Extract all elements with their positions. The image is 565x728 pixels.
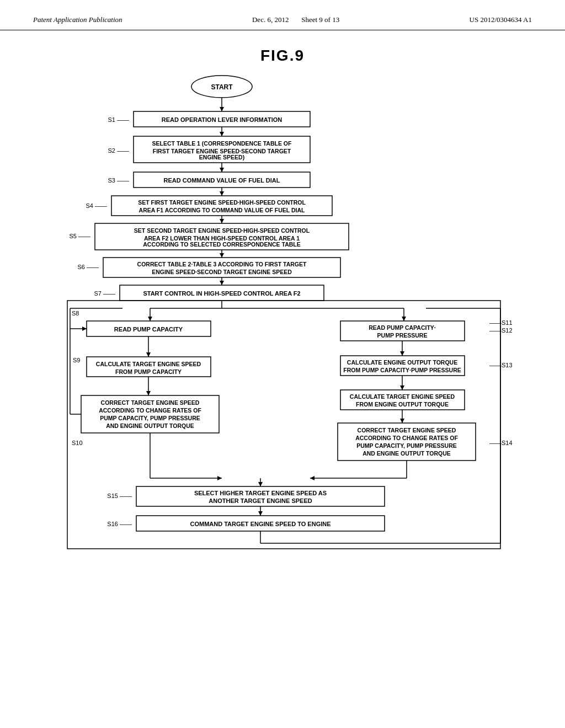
header: Patent Application Publication Dec. 6, 2… (0, 0, 565, 30)
s1-text: READ OPERATION LEVER INFORMATION (162, 116, 282, 123)
s7-text: START CONTROL IN HIGH-SPEED CONTROL AREA… (143, 290, 300, 297)
svg-marker-2 (220, 107, 224, 111)
s12-label: ——S12 (489, 327, 513, 334)
calc-engine-out-2: FROM PUMP CAPACITY·PUMP PRESSURE (343, 367, 461, 373)
figure-title: FIG.9 (260, 47, 305, 65)
s5-text1: SET SECOND TARGET ENGINE SPEED·HIGH-SPEE… (134, 227, 310, 234)
s11-label: ——S11 (489, 319, 513, 326)
s10-label: S10 (72, 440, 83, 446)
svg-marker-37 (400, 351, 404, 356)
s6-label: S6 —— (77, 264, 99, 270)
s9-label: S9 (73, 357, 80, 363)
svg-marker-53 (310, 476, 315, 480)
s5-label: S5 —— (69, 233, 90, 239)
correct-right-1: CORRECT TARGET ENGINE SPEED (358, 427, 456, 433)
s4-text1: SET FIRST TARGET ENGINE SPEED·HIGH-SPEED… (138, 199, 306, 206)
calc-target-right-2: FROM ENGINE OUTPUT TORQUE (356, 401, 449, 408)
svg-marker-30 (146, 352, 151, 357)
svg-marker-11 (220, 191, 224, 196)
correct-left-4: AND ENGINE OUTPUT TORQUE (106, 422, 194, 429)
s2-text3: ENGINE SPEED) (199, 154, 244, 160)
svg-marker-58 (258, 511, 263, 516)
svg-marker-66 (82, 326, 87, 331)
svg-marker-14 (220, 219, 224, 223)
s5-text3: ACCORDING TO SELECTED CORRESPONDENCE TAB… (143, 241, 300, 248)
s13-label: ——S13 (489, 362, 513, 368)
flowchart-svg: START READ OPERATION LEVER INFORMATION S… (40, 70, 525, 649)
read-pump-cap-left: READ PUMP CAPACITY (114, 326, 183, 333)
calc-target-left-1: CALCULATE TARGET ENGINE SPEED (96, 361, 201, 367)
svg-marker-33 (146, 391, 151, 395)
s15-label: S15 —— (107, 493, 132, 499)
svg-marker-17 (220, 253, 224, 258)
correct-right-4: AND ENGINE OUTPUT TORQUE (363, 450, 451, 457)
svg-marker-55 (258, 482, 263, 486)
header-patent-number: US 2012/0304634 A1 (470, 15, 532, 24)
s6-text1: CORRECT TABLE 2·TABLE 3 ACCORDING TO FIR… (137, 261, 307, 267)
read-pump-cap-right-2: PUMP PRESSURE (377, 332, 428, 339)
svg-marker-40 (400, 386, 404, 390)
svg-marker-43 (400, 419, 404, 423)
s15-text1: SELECT HIGHER TARGET ENGINE SPEED AS (194, 490, 327, 496)
s4-label: S4 —— (86, 202, 107, 209)
s2-text: SELECT TABLE 1 (CORRESPONDENCE TABLE OF (152, 140, 292, 147)
s2-label: S2 —— (108, 147, 129, 154)
svg-marker-8 (220, 168, 224, 172)
s4-text2: AREA F1 ACCORDING TO COMMAND VALUE OF FU… (139, 207, 305, 213)
svg-marker-27 (402, 317, 406, 321)
correct-left-1: CORRECT TARGET ENGINE SPEED (101, 399, 200, 406)
s14-label: ——S14 (489, 440, 513, 446)
s16-label: S16 —— (107, 521, 132, 527)
header-date-sheet: Dec. 6, 2012 Sheet 9 of 13 (252, 15, 339, 24)
s8-label: S8 (72, 310, 79, 317)
read-pump-cap-right-1: READ PUMP CAPACITY· (369, 324, 436, 331)
calc-target-right-1: CALCULATE TARGET ENGINE SPEED (350, 393, 455, 400)
svg-marker-50 (217, 476, 222, 480)
content-area: FIG.9 START READ OPERATION LEVER INFORMA… (0, 30, 565, 666)
calc-target-left-2: FROM PUMP CAPACITY (115, 368, 182, 375)
s7-label: S7 —— (94, 290, 115, 297)
page: Patent Application Publication Dec. 6, 2… (0, 0, 565, 728)
start-label: START (211, 83, 233, 91)
s6-text2: ENGINE SPEED·SECOND TARGET ENGINE SPEED (152, 269, 292, 275)
correct-right-3: PUMP CAPACITY, PUMP PRESSURE (356, 442, 456, 449)
calc-engine-out-1: CALCULATE ENGINE OUTPUT TORQUE (347, 359, 457, 366)
correct-right-2: ACCORDING TO CHANGE RATES OF (355, 435, 458, 441)
svg-marker-20 (220, 281, 224, 285)
svg-marker-25 (148, 317, 152, 321)
s3-label: S3 —— (108, 177, 129, 184)
svg-marker-5 (220, 132, 224, 136)
correct-left-3: PUMP CAPACITY, PUMP PRESSURE (100, 415, 200, 421)
s16-text: COMMAND TARGET ENGINE SPEED TO ENGINE (190, 521, 331, 527)
correct-left-2: ACCORDING TO CHANGE RATES OF (99, 407, 201, 414)
header-publication: Patent Application Publication (33, 15, 122, 24)
s1-label: S1 —— (108, 116, 129, 123)
s15-text2: ANOTHER TARGET ENGINE SPEED (209, 497, 312, 504)
s3-text: READ COMMAND VALUE OF FUEL DIAL (163, 177, 280, 184)
